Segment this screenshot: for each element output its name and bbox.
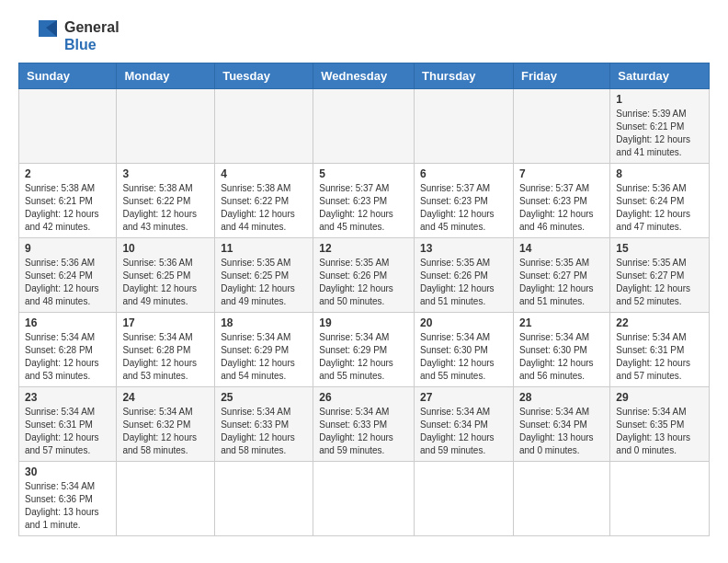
- day-number: 2: [25, 167, 110, 180]
- calendar-cell: 20Sunrise: 5:34 AM Sunset: 6:30 PM Dayli…: [415, 313, 514, 387]
- calendar-cell: [215, 462, 313, 536]
- logo-container: General Blue: [18, 18, 119, 53]
- calendar-cell: 27Sunrise: 5:34 AM Sunset: 6:34 PM Dayli…: [415, 387, 514, 462]
- logo: General Blue: [18, 18, 119, 53]
- day-info: Sunrise: 5:34 AM Sunset: 6:33 PM Dayligh…: [221, 406, 307, 457]
- day-number: 21: [519, 316, 604, 329]
- day-info: Sunrise: 5:38 AM Sunset: 6:21 PM Dayligh…: [25, 182, 110, 234]
- day-number: 30: [25, 465, 110, 478]
- day-number: 17: [122, 316, 209, 329]
- calendar-cell: 12Sunrise: 5:35 AM Sunset: 6:26 PM Dayli…: [313, 238, 415, 313]
- weekday-header-thursday: Thursday: [415, 63, 514, 89]
- day-number: 14: [519, 242, 604, 255]
- logo-blue: Blue: [64, 36, 119, 53]
- calendar-cell: 14Sunrise: 5:35 AM Sunset: 6:27 PM Dayli…: [513, 238, 609, 313]
- calendar-week-row: 23Sunrise: 5:34 AM Sunset: 6:31 PM Dayli…: [19, 387, 710, 462]
- calendar-week-row: 16Sunrise: 5:34 AM Sunset: 6:28 PM Dayli…: [19, 313, 710, 387]
- day-number: 19: [319, 316, 408, 329]
- day-info: Sunrise: 5:34 AM Sunset: 6:34 PM Dayligh…: [420, 406, 507, 457]
- day-info: Sunrise: 5:34 AM Sunset: 6:31 PM Dayligh…: [25, 406, 110, 457]
- day-info: Sunrise: 5:34 AM Sunset: 6:29 PM Dayligh…: [319, 331, 408, 383]
- calendar-cell: 16Sunrise: 5:34 AM Sunset: 6:28 PM Dayli…: [19, 313, 117, 387]
- day-number: 11: [221, 242, 307, 255]
- calendar-cell: [415, 89, 514, 164]
- day-info: Sunrise: 5:35 AM Sunset: 6:26 PM Dayligh…: [319, 257, 408, 308]
- calendar-cell: 3Sunrise: 5:38 AM Sunset: 6:22 PM Daylig…: [117, 164, 215, 238]
- calendar-cell: [215, 89, 313, 164]
- page-header: General Blue: [18, 18, 710, 53]
- day-number: 10: [122, 242, 209, 255]
- calendar-cell: [513, 462, 609, 536]
- generalblue-icon: [18, 18, 59, 53]
- day-info: Sunrise: 5:34 AM Sunset: 6:33 PM Dayligh…: [319, 406, 408, 457]
- calendar-week-row: 1Sunrise: 5:39 AM Sunset: 6:21 PM Daylig…: [19, 89, 710, 164]
- day-number: 18: [221, 316, 307, 329]
- calendar-cell: 11Sunrise: 5:35 AM Sunset: 6:25 PM Dayli…: [215, 238, 313, 313]
- calendar-cell: 28Sunrise: 5:34 AM Sunset: 6:34 PM Dayli…: [513, 387, 609, 462]
- calendar-cell: [415, 462, 514, 536]
- calendar-cell: 6Sunrise: 5:37 AM Sunset: 6:23 PM Daylig…: [415, 164, 514, 238]
- day-number: 7: [519, 167, 604, 180]
- logo-general: General: [64, 18, 119, 36]
- calendar-cell: 17Sunrise: 5:34 AM Sunset: 6:28 PM Dayli…: [117, 313, 215, 387]
- day-number: 16: [25, 316, 110, 329]
- day-info: Sunrise: 5:37 AM Sunset: 6:23 PM Dayligh…: [420, 182, 507, 234]
- day-info: Sunrise: 5:34 AM Sunset: 6:31 PM Dayligh…: [616, 331, 703, 383]
- calendar-cell: [513, 89, 609, 164]
- day-number: 15: [616, 242, 703, 255]
- day-number: 9: [25, 242, 110, 255]
- calendar-cell: 24Sunrise: 5:34 AM Sunset: 6:32 PM Dayli…: [117, 387, 215, 462]
- weekday-header-tuesday: Tuesday: [215, 63, 313, 89]
- calendar-cell: 4Sunrise: 5:38 AM Sunset: 6:22 PM Daylig…: [215, 164, 313, 238]
- day-number: 29: [616, 391, 703, 404]
- calendar-cell: 5Sunrise: 5:37 AM Sunset: 6:23 PM Daylig…: [313, 164, 415, 238]
- calendar-cell: 18Sunrise: 5:34 AM Sunset: 6:29 PM Dayli…: [215, 313, 313, 387]
- calendar-cell: 15Sunrise: 5:35 AM Sunset: 6:27 PM Dayli…: [610, 238, 710, 313]
- day-number: 28: [519, 391, 604, 404]
- day-info: Sunrise: 5:38 AM Sunset: 6:22 PM Dayligh…: [122, 182, 209, 234]
- day-number: 8: [616, 167, 703, 180]
- day-info: Sunrise: 5:35 AM Sunset: 6:27 PM Dayligh…: [519, 257, 604, 308]
- day-info: Sunrise: 5:34 AM Sunset: 6:28 PM Dayligh…: [25, 331, 110, 383]
- day-info: Sunrise: 5:36 AM Sunset: 6:24 PM Dayligh…: [25, 257, 110, 308]
- calendar-week-row: 9Sunrise: 5:36 AM Sunset: 6:24 PM Daylig…: [19, 238, 710, 313]
- calendar-cell: 8Sunrise: 5:36 AM Sunset: 6:24 PM Daylig…: [610, 164, 710, 238]
- day-number: 13: [420, 242, 507, 255]
- day-info: Sunrise: 5:36 AM Sunset: 6:25 PM Dayligh…: [122, 257, 209, 308]
- day-info: Sunrise: 5:38 AM Sunset: 6:22 PM Dayligh…: [221, 182, 307, 234]
- calendar-cell: 29Sunrise: 5:34 AM Sunset: 6:35 PM Dayli…: [610, 387, 710, 462]
- day-number: 25: [221, 391, 307, 404]
- calendar-cell: 25Sunrise: 5:34 AM Sunset: 6:33 PM Dayli…: [215, 387, 313, 462]
- calendar-cell: 26Sunrise: 5:34 AM Sunset: 6:33 PM Dayli…: [313, 387, 415, 462]
- day-info: Sunrise: 5:34 AM Sunset: 6:36 PM Dayligh…: [25, 480, 110, 532]
- day-info: Sunrise: 5:37 AM Sunset: 6:23 PM Dayligh…: [319, 182, 408, 234]
- calendar-cell: 22Sunrise: 5:34 AM Sunset: 6:31 PM Dayli…: [610, 313, 710, 387]
- calendar-cell: [117, 89, 215, 164]
- weekday-header-row: SundayMondayTuesdayWednesdayThursdayFrid…: [19, 63, 710, 89]
- calendar-cell: 7Sunrise: 5:37 AM Sunset: 6:23 PM Daylig…: [513, 164, 609, 238]
- day-info: Sunrise: 5:34 AM Sunset: 6:29 PM Dayligh…: [221, 331, 307, 383]
- weekday-header-saturday: Saturday: [610, 63, 710, 89]
- day-number: 4: [221, 167, 307, 180]
- calendar-cell: 13Sunrise: 5:35 AM Sunset: 6:26 PM Dayli…: [415, 238, 514, 313]
- day-number: 22: [616, 316, 703, 329]
- calendar-table: SundayMondayTuesdayWednesdayThursdayFrid…: [18, 63, 710, 536]
- day-info: Sunrise: 5:34 AM Sunset: 6:35 PM Dayligh…: [616, 406, 703, 457]
- calendar-cell: 10Sunrise: 5:36 AM Sunset: 6:25 PM Dayli…: [117, 238, 215, 313]
- day-info: Sunrise: 5:35 AM Sunset: 6:26 PM Dayligh…: [420, 257, 507, 308]
- calendar-cell: [313, 89, 415, 164]
- day-info: Sunrise: 5:35 AM Sunset: 6:27 PM Dayligh…: [616, 257, 703, 308]
- calendar-cell: 30Sunrise: 5:34 AM Sunset: 6:36 PM Dayli…: [19, 462, 117, 536]
- day-info: Sunrise: 5:34 AM Sunset: 6:32 PM Dayligh…: [122, 406, 209, 457]
- day-number: 6: [420, 167, 507, 180]
- day-info: Sunrise: 5:34 AM Sunset: 6:34 PM Dayligh…: [519, 406, 604, 457]
- calendar-cell: 19Sunrise: 5:34 AM Sunset: 6:29 PM Dayli…: [313, 313, 415, 387]
- day-number: 24: [122, 391, 209, 404]
- day-number: 20: [420, 316, 507, 329]
- day-number: 3: [122, 167, 209, 180]
- day-info: Sunrise: 5:34 AM Sunset: 6:28 PM Dayligh…: [122, 331, 209, 383]
- day-info: Sunrise: 5:39 AM Sunset: 6:21 PM Dayligh…: [616, 108, 703, 159]
- calendar-cell: 23Sunrise: 5:34 AM Sunset: 6:31 PM Dayli…: [19, 387, 117, 462]
- weekday-header-sunday: Sunday: [19, 63, 117, 89]
- calendar-week-row: 30Sunrise: 5:34 AM Sunset: 6:36 PM Dayli…: [19, 462, 710, 536]
